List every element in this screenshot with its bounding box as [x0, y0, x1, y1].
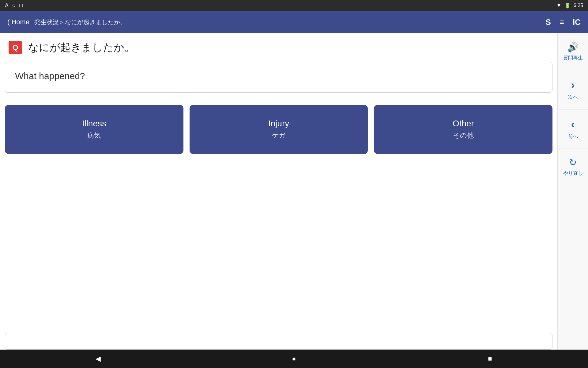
option-illness-main: Illness	[82, 119, 106, 128]
ic-button[interactable]: IC	[573, 17, 581, 27]
page-header: Q なにが起きましたか。	[0, 33, 557, 62]
options-area: Illness 病気 Injury ケガ Other その他	[5, 105, 552, 154]
replay-label: 質問再生	[563, 55, 583, 61]
battery-icon: 🔋	[564, 3, 571, 9]
option-illness-sub: 病気	[87, 131, 101, 140]
reset-icon: ↻	[569, 157, 577, 168]
prev-icon: ‹	[571, 118, 575, 131]
sidebar-next-section[interactable]: › 次へ	[558, 70, 588, 109]
speaker-icon: 🔊	[567, 42, 579, 52]
content-inner: What happened? Illness 病気 Injury ケガ Othe…	[0, 62, 557, 333]
q-icon: Q	[9, 41, 22, 54]
status-bar-left: A ○ □	[5, 2, 23, 9]
main-layout: Q なにが起きましたか。 What happened? Illness 病気 I…	[0, 33, 588, 350]
status-icon-a: A	[5, 2, 9, 9]
menu-icon[interactable]: ≡	[560, 17, 564, 27]
nav-bar-left: ( Home 発生状況＞なにが起きましたか。	[7, 18, 126, 26]
status-icon-square: □	[19, 2, 23, 9]
page-title: なにが起きましたか。	[28, 40, 135, 55]
status-bar: A ○ □ ▼ 🔋 6:25	[0, 0, 588, 11]
sidebar-prev-section[interactable]: ‹ 前へ	[558, 109, 588, 149]
option-injury[interactable]: Injury ケガ	[190, 105, 368, 154]
reset-label: やり直し	[563, 170, 583, 177]
status-bar-right: ▼ 🔋 6:25	[556, 3, 583, 9]
next-label: 次へ	[568, 94, 578, 101]
sidebar-replay-section[interactable]: 🔊 質問再生	[558, 33, 588, 70]
wifi-icon: ▼	[556, 3, 561, 8]
option-injury-sub: ケガ	[272, 131, 286, 140]
nav-bar: ( Home 発生状況＞なにが起きましたか。 S ≡ IC	[0, 11, 588, 33]
back-home-button[interactable]: ( Home	[7, 18, 29, 26]
option-other-main: Other	[453, 119, 474, 128]
content-area: Q なにが起きましたか。 What happened? Illness 病気 I…	[0, 33, 557, 350]
option-other[interactable]: Other その他	[374, 105, 552, 154]
option-injury-main: Injury	[268, 119, 289, 128]
sidebar-reset-section[interactable]: ↻ やり直し	[558, 148, 588, 185]
sidebar: 🔊 質問再生 › 次へ ‹ 前へ ↻ やり直し	[557, 33, 588, 350]
status-icon-circle: ○	[12, 2, 16, 9]
next-icon: ›	[571, 79, 575, 92]
question-text: What happened?	[15, 71, 85, 81]
nav-bar-right: S ≡ IC	[545, 17, 581, 27]
clock: 6:25	[574, 3, 583, 8]
question-box: What happened?	[5, 62, 552, 93]
recent-button[interactable]: ■	[484, 353, 496, 365]
answer-bar	[5, 333, 552, 350]
breadcrumb: 発生状況＞なにが起きましたか。	[34, 18, 126, 26]
back-button[interactable]: ◀	[92, 353, 104, 365]
home-button[interactable]: ●	[288, 353, 300, 365]
prev-label: 前へ	[568, 133, 578, 140]
bottom-nav: ◀ ● ■	[0, 350, 588, 368]
option-other-sub: その他	[453, 131, 474, 140]
s-button[interactable]: S	[545, 17, 551, 27]
option-illness[interactable]: Illness 病気	[5, 105, 183, 154]
